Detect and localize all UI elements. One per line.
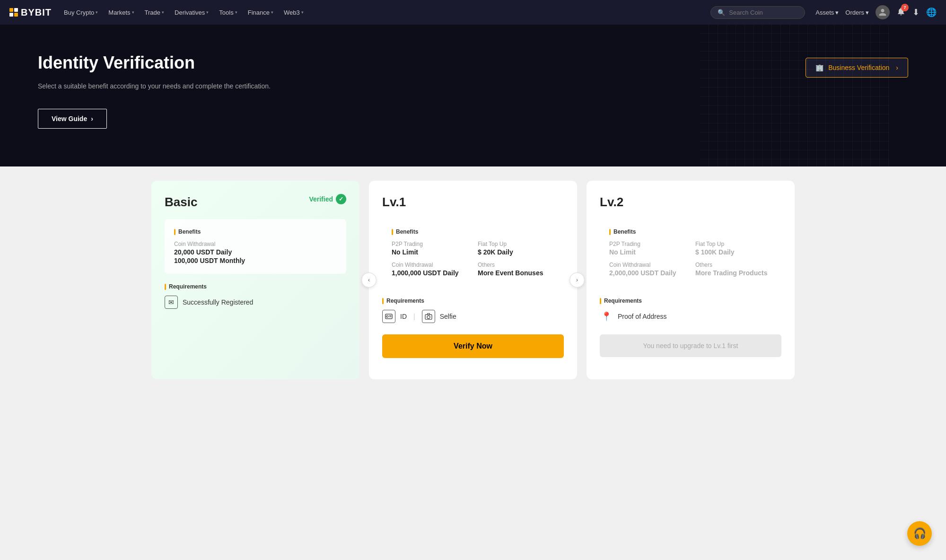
hero-section: Identity Verification Select a suitable … bbox=[0, 25, 946, 166]
nav-assets[interactable]: Assets ▾ bbox=[815, 9, 839, 16]
chevron-down-icon: ▾ bbox=[162, 10, 164, 15]
others-value: More Trading Products bbox=[695, 269, 772, 277]
lv1-card-title: Lv.1 bbox=[382, 195, 564, 210]
notification-badge: 7 bbox=[901, 4, 909, 11]
hero-subtitle: Select a suitable benefit according to y… bbox=[38, 82, 271, 90]
lv2-card-title: Lv.2 bbox=[600, 195, 781, 210]
coin-withdrawal-label: Coin Withdrawal bbox=[174, 241, 337, 247]
coin-withdrawal-col: Coin Withdrawal 2,000,000 USDT Daily bbox=[609, 262, 686, 277]
chevron-down-icon: ▾ bbox=[301, 10, 304, 15]
nav-orders[interactable]: Orders ▾ bbox=[845, 9, 869, 16]
chevron-down-icon: ▾ bbox=[96, 10, 98, 15]
download-icon[interactable]: ⬇ bbox=[912, 7, 920, 18]
nav-derivatives[interactable]: Derivatives ▾ bbox=[170, 6, 213, 19]
selfie-icon bbox=[422, 310, 435, 323]
p2p-trading-label: P2P Trading bbox=[609, 241, 686, 247]
requirement-item: ✉ Successfully Registered bbox=[165, 296, 346, 309]
p2p-trading-value: No Limit bbox=[392, 248, 468, 256]
others-label: Others bbox=[478, 262, 554, 268]
chevron-down-icon: ▾ bbox=[132, 10, 134, 15]
upgrade-required-button: You need to upgrade to Lv.1 first bbox=[600, 334, 781, 357]
nav-menu: Buy Crypto ▾ Markets ▾ Trade ▾ Derivativ… bbox=[59, 6, 708, 19]
avatar[interactable] bbox=[876, 5, 890, 19]
nav-web3[interactable]: Web3 ▾ bbox=[279, 6, 308, 19]
search-icon: 🔍 bbox=[718, 9, 725, 16]
search-input[interactable] bbox=[729, 9, 798, 16]
nav-tools[interactable]: Tools ▾ bbox=[214, 6, 242, 19]
divider: | bbox=[413, 313, 415, 320]
p2p-trading-value: No Limit bbox=[609, 248, 686, 256]
p2p-trading-col: P2P Trading No Limit bbox=[392, 241, 468, 256]
email-icon: ✉ bbox=[165, 296, 178, 309]
id-label: ID bbox=[400, 313, 407, 320]
others-col: Others More Trading Products bbox=[695, 262, 772, 277]
notification-bell[interactable]: 7 bbox=[896, 7, 906, 18]
chevron-right-icon: › bbox=[91, 115, 93, 122]
coin-withdrawal-label: Coin Withdrawal bbox=[392, 262, 468, 268]
nav-right: Assets ▾ Orders ▾ 7 ⬇ 🌐 bbox=[815, 5, 937, 19]
p2p-trading-label: P2P Trading bbox=[392, 241, 468, 247]
cards-section: Basic Verified ✓ Benefits Coin Withdrawa… bbox=[0, 166, 946, 403]
proof-of-address-label: Proof of Address bbox=[618, 313, 667, 320]
carousel-arrow-left[interactable]: ‹ bbox=[361, 272, 377, 288]
benefits-label: Benefits bbox=[174, 228, 337, 235]
nav-trade[interactable]: Trade ▾ bbox=[140, 6, 169, 19]
benefits-label: Benefits bbox=[609, 228, 772, 235]
business-verification-button[interactable]: 🏢 Business Verification › bbox=[806, 58, 908, 78]
id-icon bbox=[382, 310, 395, 323]
nav-buy-crypto[interactable]: Buy Crypto ▾ bbox=[59, 6, 103, 19]
hero-left: Identity Verification Select a suitable … bbox=[38, 53, 271, 129]
headset-icon: 🎧 bbox=[913, 527, 926, 540]
fiat-topup-value: $ 100K Daily bbox=[695, 248, 772, 256]
requirements-label: Requirements bbox=[600, 298, 781, 304]
logo-grid bbox=[9, 8, 18, 17]
basic-benefits-box: Benefits Coin Withdrawal 20,000 USDT Dai… bbox=[165, 219, 346, 274]
verified-badge: Verified ✓ bbox=[309, 194, 346, 204]
others-label: Others bbox=[695, 262, 772, 268]
carousel-arrow-right[interactable]: › bbox=[569, 272, 585, 288]
requirements-label: Requirements bbox=[165, 283, 346, 290]
selfie-label: Selfie bbox=[440, 313, 456, 320]
svg-point-1 bbox=[386, 315, 388, 317]
p2p-trading-col: P2P Trading No Limit bbox=[609, 241, 686, 256]
coin-withdrawal-label: Coin Withdrawal bbox=[609, 262, 686, 268]
coin-withdrawal-monthly: 100,000 USDT Monthly bbox=[174, 257, 337, 264]
page-title: Identity Verification bbox=[38, 53, 271, 73]
logo[interactable]: BYBIT bbox=[9, 7, 52, 18]
lv1-benefit-grid: P2P Trading No Limit Fiat Top Up $ 20K D… bbox=[392, 241, 554, 277]
lv1-card-wrapper: ‹ Lv.1 Benefits P2P Trading No Limit Fia… bbox=[369, 181, 577, 379]
nav-finance[interactable]: Finance ▾ bbox=[243, 6, 278, 19]
lv1-card: Lv.1 Benefits P2P Trading No Limit Fiat … bbox=[369, 181, 577, 379]
coin-withdrawal-daily: 20,000 USDT Daily bbox=[174, 248, 337, 256]
chevron-down-icon: ▾ bbox=[835, 9, 839, 16]
globe-icon[interactable]: 🌐 bbox=[926, 7, 937, 18]
view-guide-button[interactable]: View Guide › bbox=[38, 109, 107, 129]
chevron-down-icon: ▾ bbox=[235, 10, 237, 15]
requirements-label: Requirements bbox=[382, 298, 564, 304]
fiat-topup-label: Fiat Top Up bbox=[478, 241, 554, 247]
fiat-topup-label: Fiat Top Up bbox=[695, 241, 772, 247]
chat-support-button[interactable]: 🎧 bbox=[907, 521, 932, 546]
fiat-topup-value: $ 20K Daily bbox=[478, 248, 554, 256]
business-verify-area: 🏢 Business Verification › bbox=[806, 53, 908, 78]
basic-card: Basic Verified ✓ Benefits Coin Withdrawa… bbox=[151, 181, 359, 379]
lv2-benefits-box: Benefits P2P Trading No Limit Fiat Top U… bbox=[600, 219, 781, 288]
lv1-benefits-box: Benefits P2P Trading No Limit Fiat Top U… bbox=[382, 219, 564, 288]
lv2-benefit-grid: P2P Trading No Limit Fiat Top Up $ 100K … bbox=[609, 241, 772, 277]
lv2-card: Lv.2 Benefits P2P Trading No Limit Fiat … bbox=[587, 181, 795, 379]
lv1-requirements: Requirements ID | bbox=[382, 298, 564, 323]
benefits-label: Benefits bbox=[392, 228, 554, 235]
chevron-right-icon: › bbox=[896, 64, 898, 71]
chevron-down-icon: ▾ bbox=[206, 10, 209, 15]
location-icon: 📍 bbox=[600, 310, 613, 323]
nav-markets[interactable]: Markets ▾ bbox=[104, 6, 139, 19]
chevron-down-icon: ▾ bbox=[866, 9, 869, 16]
basic-requirements: Requirements ✉ Successfully Registered bbox=[165, 283, 346, 309]
lv2-req-items: 📍 Proof of Address bbox=[600, 310, 781, 323]
lv2-requirements: Requirements 📍 Proof of Address bbox=[600, 298, 781, 323]
building-icon: 🏢 bbox=[815, 64, 823, 71]
verify-now-button[interactable]: Verify Now bbox=[382, 334, 564, 358]
search-bar[interactable]: 🔍 bbox=[710, 6, 805, 19]
coin-withdrawal-value: 1,000,000 USDT Daily bbox=[392, 269, 468, 277]
coin-withdrawal-col: Coin Withdrawal 1,000,000 USDT Daily bbox=[392, 262, 468, 277]
